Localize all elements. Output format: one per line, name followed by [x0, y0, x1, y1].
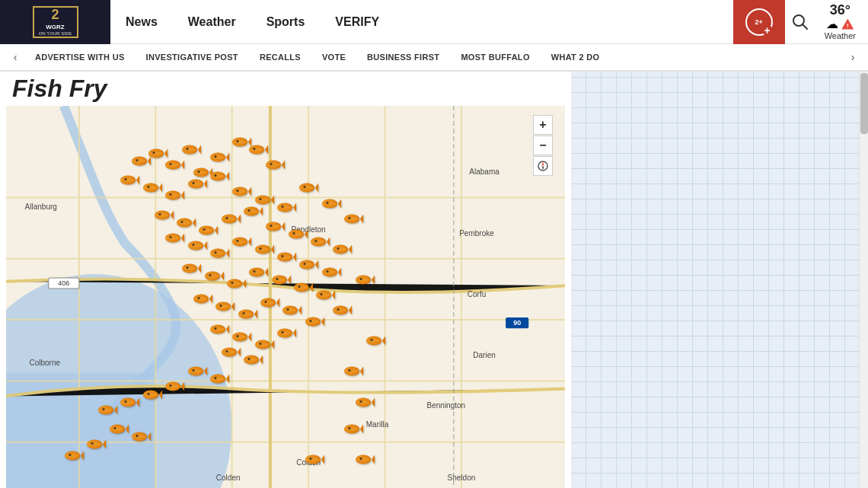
- fish-marker[interactable]: [208, 246, 229, 263]
- fish-marker[interactable]: [203, 269, 224, 286]
- fish-marker[interactable]: [180, 261, 201, 279]
- fish-marker[interactable]: [208, 323, 229, 340]
- fish-marker[interactable]: [152, 208, 174, 225]
- fish-marker[interactable]: [275, 200, 296, 218]
- logo-number: 2: [51, 7, 59, 24]
- scrollbar[interactable]: [859, 72, 868, 488]
- fish-marker[interactable]: [62, 448, 84, 466]
- fish-marker[interactable]: [96, 403, 117, 420]
- sec-nav-advertise[interactable]: ADVERTISE WITH US: [24, 53, 136, 62]
- nav-item-weather[interactable]: Weather: [173, 0, 251, 43]
- fish-marker[interactable]: [263, 158, 285, 176]
- fish-marker[interactable]: [219, 212, 241, 229]
- live-button[interactable]: 2+: [733, 0, 785, 44]
- fish-marker[interactable]: [186, 365, 207, 382]
- nav-arrow-right[interactable]: ›: [844, 48, 862, 66]
- fish-marker[interactable]: [253, 242, 274, 260]
- weather-widget[interactable]: 36° ☁ ! Weather: [825, 3, 856, 40]
- fish-marker[interactable]: [297, 257, 318, 275]
- logo-area[interactable]: 2 WGRZ ON YOUR SIDE: [0, 0, 110, 44]
- fish-marker[interactable]: [141, 181, 162, 199]
- fish-marker[interactable]: [163, 158, 184, 176]
- fish-marker[interactable]: [241, 204, 263, 222]
- fish-marker[interactable]: [330, 242, 352, 260]
- svg-point-260: [170, 384, 172, 387]
- fish-marker[interactable]: [186, 238, 207, 256]
- svg-point-88: [192, 182, 194, 184]
- svg-marker-271: [114, 405, 117, 414]
- fish-marker[interactable]: [85, 437, 106, 455]
- fish-marker[interactable]: [118, 174, 139, 191]
- fish-marker[interactable]: [180, 143, 201, 161]
- fish-marker[interactable]: [107, 422, 129, 439]
- fish-marker[interactable]: [141, 388, 162, 405]
- svg-marker-119: [215, 225, 218, 234]
- zoom-in-button[interactable]: +: [533, 115, 553, 135]
- nav-item-sports[interactable]: Sports: [251, 0, 321, 43]
- fish-marker[interactable]: [342, 212, 363, 229]
- fish-marker[interactable]: [353, 452, 375, 470]
- sec-nav-investigative[interactable]: INVESTIGATIVE POST: [136, 53, 249, 62]
- fish-marker[interactable]: [191, 292, 212, 310]
- svg-point-224: [309, 320, 311, 322]
- fish-marker[interactable]: [292, 280, 313, 298]
- fish-marker[interactable]: [230, 185, 251, 203]
- fish-marker[interactable]: [208, 170, 229, 187]
- fish-marker[interactable]: [320, 265, 341, 282]
- zoom-out-button[interactable]: −: [533, 136, 553, 155]
- nav-item-verify[interactable]: VERIFY: [320, 0, 394, 43]
- fish-marker[interactable]: [118, 395, 139, 413]
- fish-marker[interactable]: [280, 304, 302, 321]
- fish-marker[interactable]: [236, 308, 257, 325]
- fish-marker[interactable]: [342, 365, 363, 382]
- fish-marker[interactable]: [208, 151, 229, 168]
- fish-marker[interactable]: [353, 395, 375, 413]
- sec-nav-buffalo[interactable]: MOST BUFFALO: [450, 53, 540, 62]
- sec-nav-vote[interactable]: VOTE: [311, 53, 356, 62]
- sec-nav-what2do[interactable]: WHAT 2 DO: [541, 53, 611, 62]
- fish-marker[interactable]: [219, 346, 241, 363]
- fish-marker[interactable]: [297, 181, 318, 199]
- nav-item-news[interactable]: News: [110, 0, 173, 43]
- fish-marker[interactable]: [330, 304, 352, 321]
- scrollbar-thumb[interactable]: [860, 73, 868, 134]
- nav-arrow-left[interactable]: ‹: [6, 48, 24, 66]
- fish-marker[interactable]: [129, 429, 151, 447]
- sec-nav-business[interactable]: BUSINESS FIRST: [356, 53, 450, 62]
- fish-marker[interactable]: [263, 219, 285, 237]
- station-logo[interactable]: 2 WGRZ ON YOUR SIDE: [33, 6, 78, 38]
- svg-point-84: [170, 193, 172, 196]
- svg-point-268: [125, 400, 127, 403]
- fish-marker[interactable]: [258, 296, 279, 314]
- svg-marker-331: [321, 455, 324, 464]
- fish-marker[interactable]: [247, 265, 268, 282]
- fish-marker[interactable]: [303, 452, 324, 470]
- fish-marker[interactable]: [213, 300, 235, 317]
- fish-marker[interactable]: [275, 327, 296, 344]
- fish-marker[interactable]: [208, 372, 229, 390]
- fish-marker[interactable]: [364, 334, 385, 352]
- sec-nav-recalls[interactable]: RECALLS: [249, 53, 311, 62]
- fish-marker[interactable]: [270, 273, 291, 290]
- fish-marker[interactable]: [163, 189, 184, 206]
- fish-marker[interactable]: [163, 231, 184, 248]
- fish-marker[interactable]: [241, 353, 263, 371]
- fish-marker[interactable]: [308, 234, 330, 252]
- fish-marker[interactable]: [320, 196, 341, 214]
- fish-marker[interactable]: [353, 273, 375, 290]
- svg-point-300: [337, 247, 340, 250]
- fish-marker[interactable]: [342, 422, 363, 439]
- map-container[interactable]: 406 90 Pendleton Alabama Corfu Pembroke …: [6, 106, 565, 488]
- fish-marker[interactable]: [163, 380, 184, 397]
- svg-marker-327: [372, 455, 375, 464]
- search-button[interactable]: [785, 7, 815, 37]
- fish-marker[interactable]: [286, 227, 308, 244]
- svg-marker-47: [181, 161, 184, 170]
- fish-marker[interactable]: [230, 234, 251, 252]
- fish-marker[interactable]: [303, 315, 324, 333]
- fish-marker[interactable]: [225, 276, 246, 294]
- fish-marker[interactable]: [186, 177, 207, 195]
- svg-marker-287: [81, 451, 84, 460]
- compass-button[interactable]: [533, 156, 553, 176]
- fish-marker[interactable]: [275, 250, 296, 267]
